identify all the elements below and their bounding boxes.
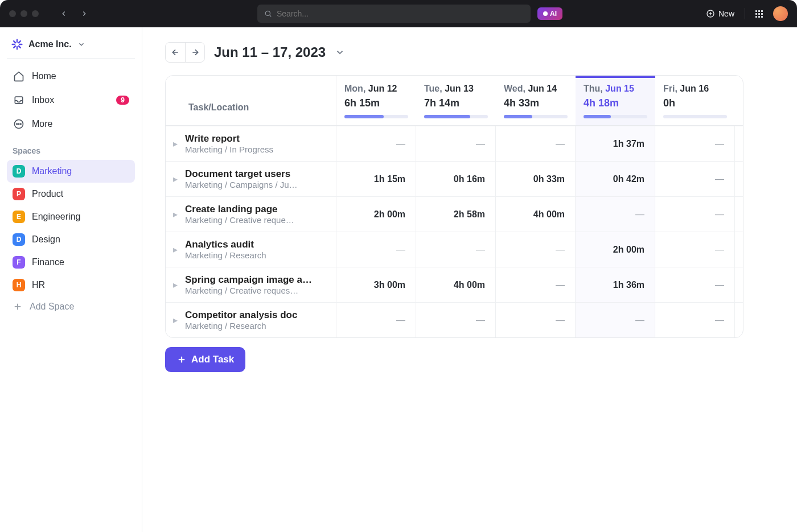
time-cell[interactable]: 1h 15m xyxy=(336,162,416,196)
time-cell[interactable]: 1h 36m xyxy=(576,267,655,302)
sidebar-item-label: More xyxy=(32,119,52,129)
task-path: Marketing / Campaigns / Ju… xyxy=(185,180,328,189)
task-cell[interactable]: ▸ Write report Marketing / In Progress xyxy=(166,126,336,161)
day-header[interactable]: Wed, Jun 144h 33m xyxy=(496,76,576,125)
caret-right-icon[interactable]: ▸ xyxy=(171,209,179,220)
time-cell[interactable]: 2h 58m xyxy=(416,197,496,232)
window-controls xyxy=(9,10,39,17)
apps-icon[interactable] xyxy=(755,10,763,18)
time-cell[interactable]: — xyxy=(576,197,655,232)
workspace-switcher[interactable]: Acme Inc. xyxy=(7,35,135,59)
time-cell[interactable]: — xyxy=(416,303,496,337)
space-badge: P xyxy=(13,188,25,200)
time-cell[interactable]: — xyxy=(576,303,655,337)
task-cell[interactable]: ▸ Analytics audit Marketing / Research xyxy=(166,232,336,267)
svg-point-16 xyxy=(20,123,22,125)
time-cell[interactable]: 3h 00m xyxy=(336,267,416,302)
task-row: ▸ Analytics audit Marketing / Research —… xyxy=(166,232,743,267)
task-title: Competitor analysis doc xyxy=(185,310,328,321)
time-cell[interactable]: — xyxy=(336,303,416,337)
caret-right-icon[interactable]: ▸ xyxy=(171,244,179,255)
day-header[interactable]: Mon, Jun 126h 15m xyxy=(336,76,416,125)
ai-button[interactable]: AI xyxy=(537,7,562,20)
time-cell[interactable]: — xyxy=(496,267,576,302)
home-icon xyxy=(13,70,25,83)
prev-week-button[interactable] xyxy=(166,43,185,62)
avatar[interactable] xyxy=(773,6,788,21)
task-title: Write report xyxy=(185,133,328,145)
space-badge: E xyxy=(13,211,25,223)
more-icon xyxy=(13,118,25,130)
add-space-button[interactable]: Add Space xyxy=(7,296,135,317)
time-cell[interactable]: 0h 33m xyxy=(496,162,576,196)
time-cell[interactable]: — xyxy=(655,232,735,267)
time-cell[interactable]: — xyxy=(655,197,735,232)
nav-back-button[interactable] xyxy=(57,7,71,20)
task-cell[interactable]: ▸ Spring campaign image a… Marketing / C… xyxy=(166,267,336,302)
new-button[interactable]: New xyxy=(706,9,734,18)
search-icon xyxy=(264,10,272,18)
timesheet-table: Task/Location Mon, Jun 126h 15mTue, Jun … xyxy=(165,75,743,338)
task-row: ▸ Write report Marketing / In Progress —… xyxy=(166,126,743,161)
space-label: Product xyxy=(32,189,63,199)
time-cell[interactable]: — xyxy=(655,303,735,337)
sidebar-space-engineering[interactable]: EEngineering xyxy=(7,205,135,228)
sidebar-space-finance[interactable]: FFinance xyxy=(7,251,135,274)
time-cell[interactable]: — xyxy=(496,126,576,161)
sidebar: Acme Inc. Home Inbox 9 More Spaces DMark… xyxy=(0,27,142,532)
sidebar-space-design[interactable]: DDesign xyxy=(7,228,135,251)
sidebar-item-more[interactable]: More xyxy=(7,112,135,136)
task-row: ▸ Spring campaign image a… Marketing / C… xyxy=(166,267,743,302)
sidebar-item-inbox[interactable]: Inbox 9 xyxy=(7,88,135,112)
time-cell[interactable]: 4h 00m xyxy=(496,197,576,232)
date-range-dropdown[interactable] xyxy=(335,47,345,57)
caret-right-icon[interactable]: ▸ xyxy=(171,174,179,184)
space-badge: H xyxy=(13,279,25,291)
time-cell[interactable]: — xyxy=(496,232,576,267)
add-task-button[interactable]: Add Task xyxy=(165,347,245,372)
time-cell[interactable]: 2h 00m xyxy=(576,232,655,267)
time-cell[interactable]: — xyxy=(416,126,496,161)
next-week-button[interactable] xyxy=(185,43,204,62)
task-row: ▸ Create landing page Marketing / Creati… xyxy=(166,196,743,232)
space-badge: D xyxy=(13,233,25,246)
caret-right-icon[interactable]: ▸ xyxy=(171,138,179,149)
workspace-logo-icon xyxy=(11,39,23,50)
time-cell[interactable]: — xyxy=(655,126,735,161)
space-badge: F xyxy=(13,256,25,269)
sidebar-item-home[interactable]: Home xyxy=(7,64,135,88)
task-cell[interactable]: ▸ Document target users Marketing / Camp… xyxy=(166,162,336,196)
time-cell[interactable]: 1h 37m xyxy=(576,126,655,161)
time-cell[interactable]: — xyxy=(655,267,735,302)
sidebar-space-marketing[interactable]: DMarketing xyxy=(7,160,135,183)
time-cell[interactable]: — xyxy=(336,126,416,161)
space-label: Engineering xyxy=(32,212,80,222)
task-cell[interactable]: ▸ Create landing page Marketing / Creati… xyxy=(166,197,336,232)
time-cell[interactable]: 2h 00m xyxy=(336,197,416,232)
task-title: Create landing page xyxy=(185,204,328,215)
sidebar-space-hr[interactable]: HHR xyxy=(7,274,135,296)
sidebar-item-label: Home xyxy=(32,71,56,81)
time-cell[interactable]: 4h 00m xyxy=(416,267,496,302)
caret-right-icon[interactable]: ▸ xyxy=(171,315,179,325)
task-cell[interactable]: ▸ Competitor analysis doc Marketing / Re… xyxy=(166,303,336,337)
day-header[interactable]: Fri, Jun 160h xyxy=(655,76,735,125)
svg-point-14 xyxy=(17,123,18,125)
space-label: Finance xyxy=(32,257,64,267)
time-cell[interactable]: 0h 42m xyxy=(576,162,655,196)
sidebar-space-product[interactable]: PProduct xyxy=(7,183,135,205)
search-input[interactable] xyxy=(277,9,524,18)
time-cell[interactable]: — xyxy=(336,232,416,267)
day-header[interactable]: Thu, Jun 154h 18m xyxy=(576,76,655,125)
search-input-container[interactable] xyxy=(257,5,531,23)
time-cell[interactable]: — xyxy=(416,232,496,267)
day-header[interactable]: Tue, Jun 137h 14m xyxy=(416,76,496,125)
time-cell[interactable]: — xyxy=(496,303,576,337)
time-cell[interactable]: 0h 16m xyxy=(416,162,496,196)
divider xyxy=(745,8,745,19)
date-range-title: Jun 11 – 17, 2023 xyxy=(214,44,326,60)
new-label: New xyxy=(718,9,734,18)
nav-forward-button[interactable] xyxy=(77,7,91,20)
time-cell[interactable]: — xyxy=(655,162,735,196)
caret-right-icon[interactable]: ▸ xyxy=(171,279,179,290)
